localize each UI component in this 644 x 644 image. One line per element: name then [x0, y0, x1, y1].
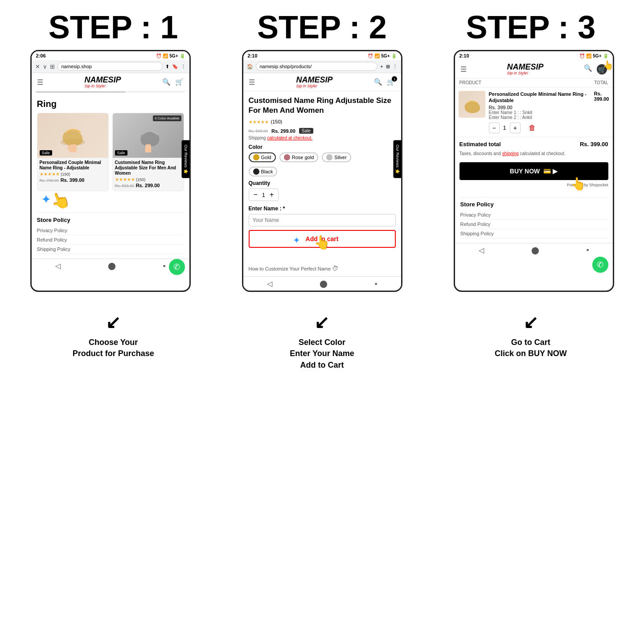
- hamburger-icon-2[interactable]: ☰: [249, 78, 255, 86]
- url-bar-1[interactable]: namesip.shop: [57, 62, 163, 71]
- step3-title: STEP : 3: [427, 9, 635, 45]
- search-icon-2[interactable]: 🔍: [374, 78, 382, 86]
- product-card-2[interactable]: 4 Color Availble Sale Customised Name Ri…: [112, 113, 184, 191]
- cart-icon[interactable]: 🛒: [175, 78, 184, 86]
- reviews-tab-2[interactable]: Our Reviews ⭐: [394, 140, 402, 178]
- phone-step1: 2:06 ⏰ 📶 5G+ 🔋 ✕ ∨ ⊞ namesip.shop ⬆ 🔖 ⋮: [30, 50, 191, 292]
- cart-icon-3[interactable]: 🛒 👆: [597, 64, 607, 74]
- logo-1: NAMESIP Sip in Style!: [84, 76, 121, 88]
- menu-icon[interactable]: ⋮: [181, 64, 186, 70]
- nav-bar-1: ◁ ⬤ ▪: [32, 258, 189, 273]
- add-tab-icon[interactable]: +: [380, 64, 383, 69]
- site-header-2: ☰ NAMESIP Sip in Style! 🔍 🛒1: [243, 73, 401, 91]
- rating-row-2: ★★★★★ (150): [249, 119, 396, 124]
- whatsapp-btn-3[interactable]: ✆: [592, 257, 608, 273]
- cart-icon-2[interactable]: 🛒1: [387, 78, 395, 86]
- phones-row: 2:06 ⏰ 📶 5G+ 🔋 ✕ ∨ ⊞ namesip.shop ⬆ 🔖 ⋮: [9, 50, 635, 292]
- browser-bar-2: 🏠 namesip.shop/products/ + ⊞ ⋮: [243, 60, 401, 73]
- hand-pointer-4: 👆: [570, 176, 586, 191]
- qty-value: 1: [262, 192, 265, 198]
- stars-2: ★★★★★ (150): [115, 177, 181, 182]
- sale-badge-2: Sale: [115, 150, 127, 156]
- steps-header: STEP : 1 STEP : 2 STEP : 3: [9, 9, 635, 45]
- product-title-2: Customised Name Ring Adjustable Size For…: [249, 96, 396, 115]
- back-nav-3[interactable]: ◁: [479, 246, 484, 254]
- cart-header: PRODUCT TOTAL: [455, 78, 613, 87]
- color-options: Gold Rose gold Silver: [249, 152, 396, 162]
- color-silver[interactable]: Silver: [322, 152, 351, 162]
- color-badge-2: 4 Color Availble: [153, 115, 181, 121]
- page-title-1: Ring: [37, 99, 184, 109]
- qty-minus-btn[interactable]: −: [254, 191, 258, 199]
- shipping-policy-1[interactable]: Shipping Policy: [37, 245, 184, 254]
- name-input[interactable]: [249, 214, 396, 226]
- color-gold[interactable]: Gold: [249, 152, 276, 162]
- color-rose-gold[interactable]: Rose gold: [279, 152, 319, 162]
- home-nav-3[interactable]: ⬤: [531, 246, 539, 254]
- time-3: 2:10: [459, 53, 469, 58]
- shipping-policy-3[interactable]: Shipping Policy: [460, 229, 607, 238]
- captions-row: ↙ Choose YourProduct for Purchase ↙ Sele…: [9, 310, 635, 371]
- menu-icon-2[interactable]: ⋮: [393, 64, 398, 70]
- privacy-policy-3[interactable]: Privacy Policy: [460, 210, 607, 220]
- bookmark-icon[interactable]: 🔖: [172, 64, 178, 70]
- status-bar-1: 2:06 ⏰ 📶 5G+ 🔋: [32, 51, 189, 60]
- shipping-text-2: Shipping: [249, 135, 267, 140]
- arrow-1: ↙: [13, 310, 213, 335]
- search-icon[interactable]: 🔍: [162, 78, 171, 86]
- hamburger-icon-3[interactable]: ☰: [460, 65, 467, 74]
- recents-nav[interactable]: ▪: [163, 262, 166, 270]
- privacy-policy-1[interactable]: Privacy Policy: [37, 226, 184, 235]
- time-1: 2:06: [36, 53, 46, 58]
- home-icon[interactable]: 🏠: [247, 64, 253, 70]
- phone-step3: 2:10 ⏰ 📶 5G+ 🔋 ☰ NAMESIP Sip in Style! 🔍…: [454, 50, 614, 292]
- home-nav[interactable]: ⬤: [108, 262, 116, 270]
- cart-qty-plus[interactable]: +: [510, 123, 521, 133]
- product-thumb-2: 4 Color Availble Sale: [113, 113, 184, 158]
- recents-nav-2[interactable]: ▪: [375, 280, 377, 288]
- how-to-text: How to Customize Your Perfect Name ⏱: [249, 265, 396, 272]
- whatsapp-btn-1[interactable]: ✆: [169, 259, 185, 275]
- stars-1: ★★★★★ (150): [40, 172, 106, 176]
- back-nav-2[interactable]: ◁: [267, 279, 272, 288]
- store-policy-3: Store Policy Privacy Policy Refund Polic…: [460, 197, 607, 238]
- cart-qty-minus[interactable]: −: [489, 123, 500, 133]
- reviews-tab-1[interactable]: Our Reviews ⭐: [182, 140, 190, 178]
- sale-badge-1: Sale: [40, 150, 52, 156]
- qty-plus-btn[interactable]: +: [270, 191, 274, 199]
- site-header-3: ☰ NAMESIP Sip in Style! 🔍 🛒 👆: [455, 60, 613, 78]
- caption-1: ↙ Choose YourProduct for Purchase: [9, 310, 217, 371]
- tabs-icon[interactable]: ⊞: [50, 63, 55, 70]
- time-2: 2:10: [248, 53, 258, 58]
- status-bar-3: 2:10 ⏰ 📶 5G+ 🔋: [455, 51, 613, 60]
- product-name-1: Personalized Couple Minimal Name Ring - …: [40, 160, 106, 171]
- hamburger-icon[interactable]: ☰: [37, 78, 43, 86]
- arrow-3: ↙: [431, 310, 631, 335]
- tabs-count-icon[interactable]: ⊞: [386, 64, 390, 70]
- color-black[interactable]: Black: [249, 167, 278, 176]
- phone2-content: Customised Name Ring Adjustable Size For…: [243, 91, 401, 276]
- home-nav-2[interactable]: ⬤: [320, 279, 328, 288]
- share-icon[interactable]: ⬆: [165, 64, 169, 70]
- price-row-2: Rs. 599.00 Rs. 299.00 Sale: [249, 128, 396, 134]
- search-icon-3[interactable]: 🔍: [584, 64, 592, 74]
- cart-tax-note: Taxes, discounts and shipping calculated…: [455, 151, 613, 160]
- quantity-control: − 1 +: [249, 189, 279, 201]
- product-card-1[interactable]: Sale Personalized Couple Minimal Name Ri…: [37, 113, 109, 191]
- refund-policy-3[interactable]: Refund Policy: [460, 220, 607, 229]
- back-nav[interactable]: ◁: [55, 262, 61, 270]
- hand-pointer-3: 👆: [603, 60, 614, 70]
- recents-nav-3[interactable]: ▪: [587, 246, 589, 254]
- delete-icon[interactable]: 🗑: [529, 124, 536, 132]
- status-bar-2: 2:10 ⏰ 📶 5G+ 🔋: [243, 51, 401, 60]
- forward-icon[interactable]: ∨: [43, 63, 47, 70]
- browser-bar-1: ✕ ∨ ⊞ namesip.shop ⬆ 🔖 ⋮: [32, 60, 189, 73]
- back-icon[interactable]: ✕: [35, 63, 40, 70]
- cart-item-thumb: [459, 91, 485, 118]
- product-thumb-1: Sale: [37, 113, 108, 158]
- refund-policy-1[interactable]: Refund Policy: [37, 235, 184, 245]
- phone1-content: Ring Sale: [32, 94, 189, 258]
- cart-item: Personalized Couple Minimal Name Ring - …: [455, 87, 613, 137]
- url-bar-2[interactable]: namesip.shop/products/: [256, 62, 378, 71]
- step1-title: STEP : 1: [9, 9, 217, 45]
